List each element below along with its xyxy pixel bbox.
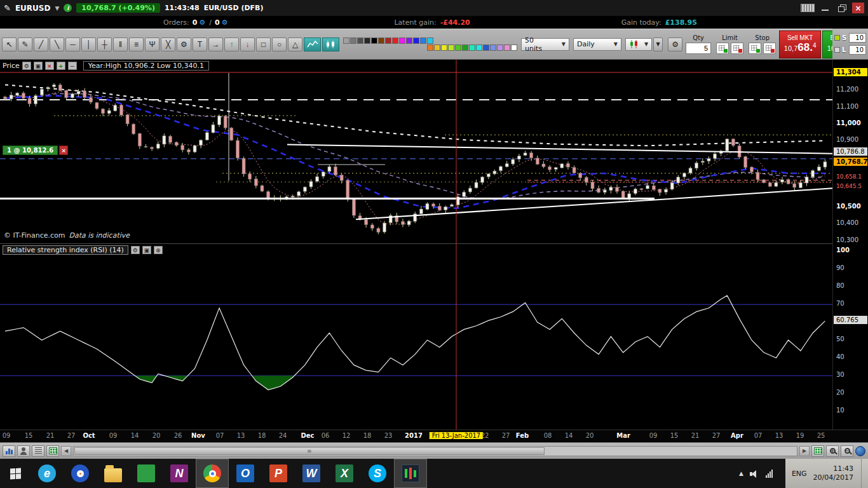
restore-button[interactable]: [836, 3, 848, 13]
rsi-pane[interactable]: Relative strength index (RSI) (14) ⚙ ▣ ⊗: [0, 243, 832, 430]
onenote-icon[interactable]: N: [163, 459, 196, 488]
palette-color-swatch[interactable]: [350, 37, 356, 44]
price-chart[interactable]: [0, 60, 832, 243]
outlook-icon[interactable]: O: [229, 459, 262, 488]
stop-distance-field[interactable]: 10: [849, 33, 866, 43]
palette-color-swatch[interactable]: [448, 44, 454, 51]
candlestick-style-button[interactable]: [322, 37, 339, 51]
symbol-dropdown-icon[interactable]: ▼: [55, 5, 59, 11]
symbol-selector[interactable]: EURUSD: [15, 4, 51, 13]
palette-color-swatch[interactable]: [385, 37, 391, 44]
palette-color-swatch[interactable]: [504, 44, 510, 51]
palette-color-swatch[interactable]: [434, 44, 440, 51]
palette-color-swatch[interactable]: [371, 37, 377, 44]
hidden-icons-chevron[interactable]: ▲: [739, 470, 743, 477]
chart-settings-button[interactable]: ⚙: [668, 37, 682, 51]
chrome-icon[interactable]: [196, 459, 229, 488]
price-add-icon[interactable]: +: [57, 62, 65, 70]
rsi-chart[interactable]: [0, 244, 832, 430]
rectangle-tool[interactable]: □: [256, 37, 271, 51]
palette-color-swatch[interactable]: [441, 44, 447, 51]
open-orders-settings-icon[interactable]: ⚙: [199, 18, 205, 27]
palette-color-swatch[interactable]: [406, 37, 412, 44]
internet-explorer-icon[interactable]: e: [31, 459, 64, 488]
qty-input[interactable]: [686, 43, 711, 54]
ellipse-tool[interactable]: ○: [272, 37, 287, 51]
crosshair-tool[interactable]: ┼: [97, 37, 112, 51]
pointer-tool[interactable]: ↖: [2, 37, 17, 51]
language-indicator[interactable]: ENG: [792, 470, 807, 478]
skype-icon[interactable]: S: [361, 459, 394, 488]
chart-scrollbar[interactable]: ≡: [73, 446, 797, 456]
text-tool[interactable]: T: [193, 37, 207, 51]
price-close-icon[interactable]: ×: [45, 62, 54, 70]
volume-icon[interactable]: [750, 470, 759, 478]
draw-tool[interactable]: ✎: [18, 37, 32, 51]
pitchfork-tool[interactable]: Ψ: [145, 37, 159, 51]
vertical-line-tool[interactable]: │: [81, 37, 96, 51]
price-axis[interactable]: 11,30411,20011,10011,00010,90010,786.810…: [832, 60, 868, 430]
trendlines-layer[interactable]: [0, 73, 832, 219]
scroll-right-button[interactable]: ▶: [799, 446, 810, 456]
segment-tool[interactable]: ╱: [34, 37, 48, 51]
price-collapse-icon[interactable]: −: [68, 62, 77, 70]
timeframe-select[interactable]: Daily▼: [573, 38, 621, 51]
palette-color-swatch[interactable]: [392, 37, 398, 44]
horizontal-line-tool[interactable]: ─: [65, 37, 80, 51]
limit-buy-button[interactable]: [716, 43, 729, 54]
palette-color-swatch[interactable]: [378, 37, 384, 44]
palette-color-swatch[interactable]: [511, 44, 517, 51]
sell-mkt-button[interactable]: Sell MKT 10,768.4: [779, 30, 821, 58]
price-settings-icon[interactable]: ⚙: [22, 62, 31, 70]
time-axis[interactable]: 09152127Oct09142026Nov07131824Dec0612182…: [0, 430, 868, 442]
file-explorer-icon[interactable]: [97, 459, 130, 488]
palette-color-swatch[interactable]: [420, 37, 426, 44]
delete-drawing-tool[interactable]: ╳: [161, 37, 175, 51]
units-select[interactable]: 50 units▼: [521, 38, 569, 51]
palette-color-swatch[interactable]: [427, 44, 433, 51]
powerpoint-icon[interactable]: P: [262, 459, 295, 488]
palette-color-swatch[interactable]: [455, 44, 461, 51]
drawing-settings-tool[interactable]: ⚙: [177, 37, 191, 51]
palette-color-swatch[interactable]: [497, 44, 503, 51]
scrollbar-thumb[interactable]: ≡: [74, 447, 545, 455]
close-button[interactable]: ×: [852, 3, 864, 13]
network-icon[interactable]: [766, 469, 773, 478]
minimize-button[interactable]: [819, 3, 831, 13]
news-icon[interactable]: [32, 445, 44, 457]
word-icon[interactable]: W: [295, 459, 328, 488]
taskbar-clock[interactable]: 11:43 20/04/2017: [813, 464, 853, 483]
palette-color-swatch[interactable]: [343, 37, 349, 44]
more-options-dropdown[interactable]: ▼: [653, 37, 663, 51]
rsi-window-icon[interactable]: ▣: [142, 246, 151, 254]
palette-color-swatch[interactable]: [483, 44, 489, 51]
scroll-left-button[interactable]: ◀: [61, 446, 71, 456]
rsi-close-icon[interactable]: ⊗: [154, 246, 163, 254]
line-chart-style-button[interactable]: [304, 37, 321, 51]
channel-tool[interactable]: ‖: [113, 37, 128, 51]
palette-color-swatch[interactable]: [490, 44, 496, 51]
ray-tool[interactable]: ╲: [50, 37, 64, 51]
green-app-icon[interactable]: [130, 459, 163, 488]
palette-color-swatch[interactable]: [357, 37, 363, 44]
palette-color-swatch[interactable]: [476, 44, 482, 51]
watchlist-icon[interactable]: [17, 445, 30, 457]
start-button[interactable]: [0, 459, 31, 488]
fibonacci-tool[interactable]: ≡: [129, 37, 144, 51]
palette-color-swatch[interactable]: [399, 37, 405, 44]
globe-icon[interactable]: [855, 446, 865, 456]
stop-buy-button[interactable]: [749, 43, 761, 54]
rsi-settings-icon[interactable]: ⚙: [131, 246, 140, 254]
palette-color-swatch[interactable]: [364, 37, 370, 44]
limit-sell-button[interactable]: [731, 43, 743, 54]
info-icon[interactable]: i: [64, 4, 72, 12]
keyboard-icon[interactable]: [801, 4, 815, 12]
chart-search-icon[interactable]: [3, 445, 15, 457]
excel-icon[interactable]: X: [328, 459, 361, 488]
palette-color-swatch[interactable]: [462, 44, 468, 51]
down-marker-tool[interactable]: ↓: [240, 37, 255, 51]
arrow-tool[interactable]: →: [208, 37, 223, 51]
palette-color-swatch[interactable]: [427, 37, 433, 44]
price-window-icon[interactable]: ▣: [34, 62, 43, 70]
up-marker-tool[interactable]: ↑: [224, 37, 239, 51]
